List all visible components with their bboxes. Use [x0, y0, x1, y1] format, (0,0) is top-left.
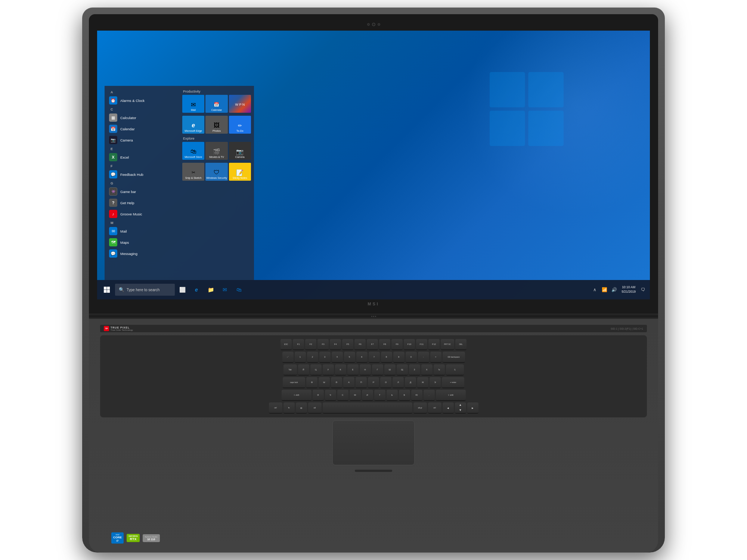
key-3[interactable]: 3: [319, 352, 331, 363]
key-semicolon[interactable]: Ж: [417, 377, 428, 388]
key-y[interactable]: Н: [360, 364, 371, 376]
key-4[interactable]: 4: [332, 352, 343, 363]
key-f4[interactable]: F4: [330, 339, 341, 350]
key-n[interactable]: Т: [374, 390, 385, 401]
key-delete[interactable]: DEL: [455, 339, 467, 350]
key-prtsc[interactable]: PRT SC: [441, 339, 454, 350]
key-5[interactable]: 5: [344, 352, 355, 363]
key-2[interactable]: 2: [307, 352, 318, 363]
key-d[interactable]: В: [331, 377, 342, 388]
key-e[interactable]: У: [323, 364, 334, 376]
key-period[interactable]: Ю: [411, 390, 422, 401]
key-v[interactable]: М: [350, 390, 361, 401]
key-right[interactable]: ▶: [467, 402, 478, 414]
tile-edge[interactable]: e Microsoft Edge: [182, 116, 204, 134]
tile-winsec[interactable]: 🛡 Windows Security: [205, 163, 227, 181]
key-ralt[interactable]: alt gr: [413, 402, 427, 414]
key-lalt[interactable]: alt: [308, 402, 322, 414]
key-j[interactable]: О: [380, 377, 391, 388]
key-rbracket[interactable]: Ъ: [434, 364, 445, 376]
key-enter[interactable]: ↵ enter: [442, 377, 464, 388]
tray-chevron[interactable]: ∧: [590, 285, 599, 294]
start-button[interactable]: [99, 282, 114, 297]
tile-office-suite[interactable]: W P N: [229, 95, 251, 113]
key-equals[interactable]: =: [430, 352, 441, 363]
taskbar-task-view[interactable]: ⬜: [176, 283, 189, 296]
key-tab[interactable]: Tab: [283, 364, 297, 376]
key-f[interactable]: А: [343, 377, 354, 388]
tile-stickynotes[interactable]: 📝 Sticky Notes: [229, 163, 251, 181]
key-capslock[interactable]: caps lock: [283, 377, 305, 388]
key-rshift[interactable]: ⇧ shift: [436, 390, 466, 401]
key-x[interactable]: Ч: [325, 390, 336, 401]
key-0[interactable]: 0: [406, 352, 417, 363]
key-w[interactable]: Ц: [310, 364, 322, 376]
key-f7[interactable]: F7: [367, 339, 378, 350]
tile-snip[interactable]: ✂ Snip & Sketch: [182, 163, 204, 181]
key-o[interactable]: Щ: [397, 364, 408, 376]
key-f5[interactable]: F5: [342, 339, 353, 350]
key-7[interactable]: 7: [369, 352, 380, 363]
tile-movies[interactable]: 🎬 Movies & TV: [205, 142, 227, 160]
touchpad[interactable]: [332, 420, 415, 465]
key-b[interactable]: И: [362, 390, 373, 401]
key-f10[interactable]: F10: [404, 339, 415, 350]
key-lbracket[interactable]: Х: [421, 364, 433, 376]
key-f1[interactable]: F1: [293, 339, 304, 350]
key-space[interactable]: [323, 402, 412, 414]
tray-network[interactable]: 📶: [600, 285, 609, 294]
key-m[interactable]: Ь: [387, 390, 398, 401]
key-l[interactable]: Д: [405, 377, 416, 388]
tile-todo[interactable]: ✏ To-Do: [229, 116, 251, 134]
key-esc[interactable]: ESC: [280, 339, 292, 350]
key-c[interactable]: С: [337, 390, 348, 401]
key-9[interactable]: 9: [393, 352, 405, 363]
tile-photos[interactable]: 🖼 Photos: [205, 116, 227, 134]
key-slash[interactable]: .: [424, 390, 435, 401]
taskbar-clock[interactable]: 10:10 AM 5/21/2019: [619, 285, 638, 294]
key-a[interactable]: Ф: [306, 377, 317, 388]
taskbar-store-icon[interactable]: 🛍: [232, 283, 246, 296]
key-q[interactable]: Й: [298, 364, 309, 376]
key-p[interactable]: З: [409, 364, 420, 376]
key-u[interactable]: Г: [372, 364, 383, 376]
key-f6[interactable]: F6: [354, 339, 366, 350]
key-fn[interactable]: fn: [283, 402, 295, 414]
tile-store[interactable]: 🛍 Microsoft Store: [182, 142, 204, 160]
tray-volume[interactable]: 🔊: [610, 285, 619, 294]
key-backtick[interactable]: ~`: [282, 352, 294, 363]
key-winkey[interactable]: ⊞: [296, 402, 307, 414]
key-f8[interactable]: F8: [379, 339, 390, 350]
key-g[interactable]: П: [356, 377, 367, 388]
taskbar-search-box[interactable]: 🔍 Type here to search: [115, 284, 175, 296]
key-minus[interactable]: -: [418, 352, 429, 363]
taskbar-mail-icon[interactable]: ✉: [218, 283, 232, 296]
tray-notifications[interactable]: 🗨: [639, 285, 648, 294]
key-r[interactable]: К: [335, 364, 346, 376]
key-8[interactable]: 8: [381, 352, 392, 363]
key-f11[interactable]: F11: [416, 339, 427, 350]
key-lctrl[interactable]: ctrl: [269, 402, 282, 414]
key-z[interactable]: Я: [313, 390, 324, 401]
key-k[interactable]: Л: [393, 377, 404, 388]
taskbar-explorer-icon[interactable]: 📁: [204, 283, 217, 296]
key-updown[interactable]: ▲ ▼: [455, 402, 466, 414]
key-f3[interactable]: F3: [317, 339, 329, 350]
key-comma[interactable]: Б: [399, 390, 410, 401]
key-left[interactable]: ◀: [443, 402, 454, 414]
tile-calendar[interactable]: 📅 Calendar: [205, 95, 227, 113]
key-t[interactable]: Е: [347, 364, 359, 376]
key-i[interactable]: Ш: [384, 364, 396, 376]
key-h[interactable]: Р: [368, 377, 379, 388]
key-f2[interactable]: F2: [305, 339, 316, 350]
key-f12[interactable]: F12: [428, 339, 440, 350]
tile-mail[interactable]: ✉ Mail: [182, 95, 204, 113]
tile-camera[interactable]: 📷 Camera: [229, 142, 251, 160]
key-1[interactable]: 1: [295, 352, 306, 363]
key-s[interactable]: Ы: [319, 377, 330, 388]
key-quote[interactable]: Э: [430, 377, 441, 388]
key-backslash[interactable]: \|: [446, 364, 464, 376]
key-f9[interactable]: F9: [391, 339, 403, 350]
key-lshift[interactable]: ⇧ shift: [282, 390, 311, 401]
key-backspace[interactable]: ⌫ backspace: [443, 352, 465, 363]
